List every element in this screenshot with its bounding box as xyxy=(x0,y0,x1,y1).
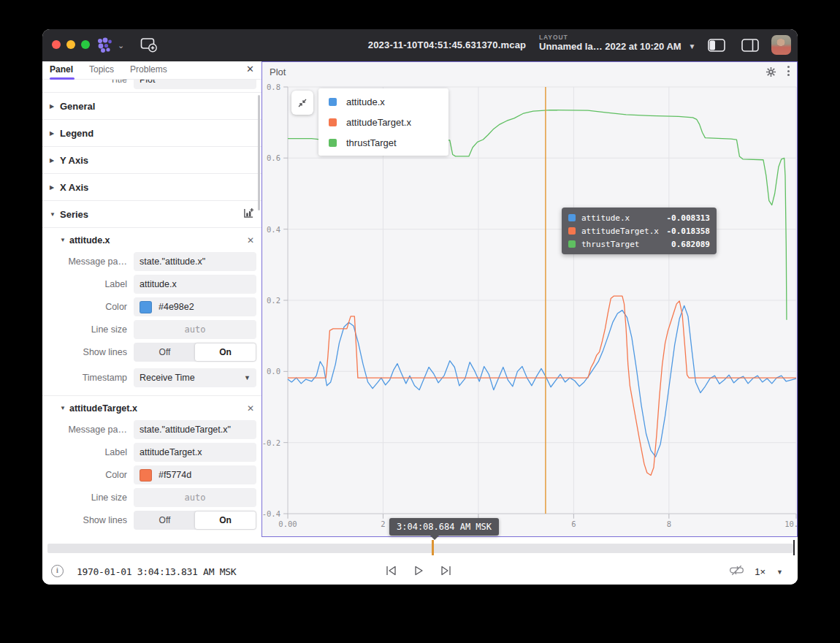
section-series[interactable]: ▼ Series xyxy=(42,201,261,228)
show-lines-off-button[interactable]: Off xyxy=(134,343,195,361)
message-path-input[interactable]: state."attitudeTarget.x" xyxy=(134,420,256,439)
x-axis-tick: 2 xyxy=(381,520,385,528)
add-panel-button[interactable] xyxy=(140,37,158,53)
minimize-window-button[interactable] xyxy=(66,40,75,49)
playback-speed[interactable]: 1× xyxy=(755,566,765,577)
close-window-button[interactable] xyxy=(52,40,61,49)
title-field-input[interactable]: Plot xyxy=(134,80,256,89)
show-lines-on-button[interactable]: On xyxy=(195,343,256,361)
user-avatar[interactable] xyxy=(771,35,791,55)
line-size-input[interactable]: auto xyxy=(134,488,256,507)
tooltip-swatch xyxy=(568,214,576,221)
sidebar-scrollbar[interactable] xyxy=(258,95,260,210)
playback-bar: i 1970-01-01 3:04:13.831 AM MSK xyxy=(42,558,798,585)
tab-problems[interactable]: Problems xyxy=(130,61,167,79)
window-controls xyxy=(52,40,90,49)
line-size-label: Line size xyxy=(42,324,134,335)
show-lines-on-button[interactable]: On xyxy=(195,511,256,529)
label-input[interactable]: attitude.x xyxy=(134,275,256,294)
remove-series-icon[interactable]: ✕ xyxy=(247,235,254,246)
foxglove-logo-icon[interactable] xyxy=(95,36,114,55)
show-lines-label: Show lines xyxy=(42,515,134,525)
x-axis-tick: 0.00 xyxy=(278,520,297,528)
label-label: Label xyxy=(42,447,134,457)
seek-backward-button[interactable] xyxy=(384,563,399,581)
remove-series-icon[interactable]: ✕ xyxy=(247,403,254,414)
maximize-window-button[interactable] xyxy=(81,40,90,49)
add-series-icon[interactable] xyxy=(243,208,254,221)
screenshot-root: { "titlebar": { "filename": "2023-11-10T… xyxy=(0,0,840,643)
series-header[interactable]: ▼ attitudeTarget.x ✕ xyxy=(42,396,261,420)
sidebar-tabs: Panel Topics Problems ✕ xyxy=(42,61,261,80)
legend-swatch xyxy=(329,139,337,147)
y-axis-tick: 0.4 xyxy=(267,225,280,234)
legend-swatch xyxy=(329,98,337,106)
section-y-axis[interactable]: ▶ Y Axis xyxy=(42,147,261,174)
color-input[interactable]: #f5774d xyxy=(134,465,256,484)
series-header[interactable]: ▼ attitude.x ✕ xyxy=(42,228,261,252)
section-general[interactable]: ▶ General xyxy=(42,93,261,120)
section-x-axis[interactable]: ▶ X Axis xyxy=(42,174,261,201)
chevron-down-icon[interactable]: ▼ xyxy=(776,568,783,576)
message-path-input[interactable]: state."attitude.x" xyxy=(134,252,256,271)
section-legend[interactable]: ▶ Legend xyxy=(42,120,261,147)
timeline-hover-time-tooltip: 3:04:08.684 AM MSK xyxy=(389,518,499,536)
tab-panel[interactable]: Panel xyxy=(50,61,73,79)
show-lines-off-button[interactable]: Off xyxy=(134,511,195,529)
chevron-right-icon: ▶ xyxy=(50,184,60,191)
y-axis-tick: -0.2 xyxy=(262,438,280,447)
color-swatch[interactable] xyxy=(140,469,152,482)
legend-item[interactable]: attitude.x xyxy=(318,91,448,112)
title-bar: ⌄ 2023-11-10T04:51:45.631370.mcap LAYOUT… xyxy=(42,29,798,61)
title-field-label: Title xyxy=(42,80,134,85)
y-axis-tick: 0.0 xyxy=(267,367,280,376)
layout-name: Unnamed la… 2022 at 10:20 AM xyxy=(539,41,681,52)
timeline-end-marker xyxy=(793,540,795,555)
show-lines-label: Show lines xyxy=(42,347,134,357)
y-axis-tick: 0.8 xyxy=(267,83,280,91)
seek-forward-button[interactable] xyxy=(438,563,453,581)
toggle-right-sidebar-button[interactable] xyxy=(741,39,759,55)
tab-topics[interactable]: Topics xyxy=(89,61,114,79)
series-line-attitudeTarget.x xyxy=(288,296,796,475)
toggle-left-sidebar-button[interactable] xyxy=(708,39,725,55)
label-label: Label xyxy=(42,279,134,289)
plot-hover-tooltip: attitude.x -0.008313 attitudeTarget.x -0… xyxy=(562,208,717,254)
layout-switcher[interactable]: LAYOUT Unnamed la… 2022 at 10:20 AM ▼ xyxy=(539,34,696,52)
play-button[interactable] xyxy=(411,563,426,581)
loop-off-icon[interactable] xyxy=(730,563,744,580)
legend-swatch xyxy=(329,118,337,126)
panel-menu-icon[interactable] xyxy=(787,66,790,76)
chevron-down-icon: ▼ xyxy=(60,405,69,411)
plot-panel: Plot 0.80.60.40.20.0-0.2-0.4 0.00246810. xyxy=(261,61,798,537)
color-swatch[interactable] xyxy=(140,301,152,313)
label-input[interactable]: attitudeTarget.x xyxy=(134,443,256,462)
series-editor-attitude-x: ▼ attitude.x ✕ Message pa… state."attitu… xyxy=(42,228,261,396)
legend-item[interactable]: attitudeTarget.x xyxy=(318,112,448,132)
panel-settings-gear-icon[interactable] xyxy=(765,66,776,77)
color-label: Color xyxy=(42,302,134,312)
collapse-legend-button[interactable] xyxy=(291,91,313,115)
legend-item[interactable]: thrustTarget xyxy=(318,132,448,153)
line-size-input[interactable]: auto xyxy=(134,320,256,339)
line-size-placeholder: auto xyxy=(185,492,206,503)
close-sidebar-icon[interactable]: ✕ xyxy=(246,64,254,75)
x-axis-tick: 8 xyxy=(667,520,671,528)
line-size-placeholder: auto xyxy=(185,324,206,335)
color-hex-value: #f5774d xyxy=(159,470,191,480)
tooltip-row: thrustTarget 0.682089 xyxy=(568,237,710,251)
y-axis-tick: -0.4 xyxy=(262,509,280,518)
show-lines-toggle: Off On xyxy=(134,343,256,362)
timeline-scrubber-row xyxy=(42,537,798,558)
line-size-label: Line size xyxy=(42,492,134,503)
settings-sidebar: Panel Topics Problems ✕ Title Plot ▶ Gen… xyxy=(42,61,261,537)
timeline-scrubber-track[interactable] xyxy=(47,544,793,553)
message-path-label: Message pa… xyxy=(42,425,134,435)
info-icon[interactable]: i xyxy=(51,565,64,577)
app-menu-chevron-icon[interactable]: ⌄ xyxy=(118,41,124,50)
tooltip-swatch xyxy=(568,240,576,248)
chevron-right-icon: ▶ xyxy=(50,103,60,110)
timestamp-select[interactable]: Receive Time ▼ xyxy=(134,368,256,387)
color-label: Color xyxy=(42,470,134,480)
color-input[interactable]: #4e98e2 xyxy=(134,297,256,316)
